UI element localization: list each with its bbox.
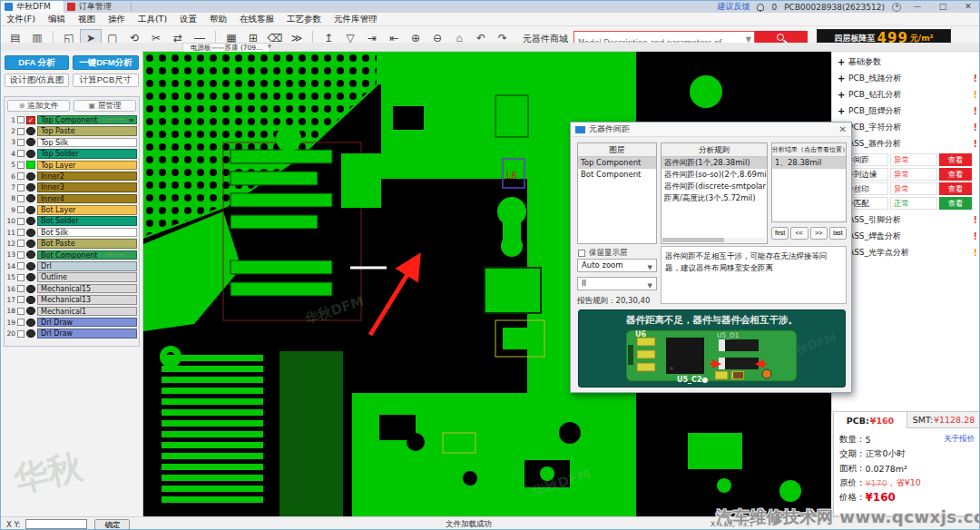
dialog-result-item[interactable]: 1、28.38mil [772,157,846,169]
layer-name-bar[interactable]: Bot Solder [37,216,137,226]
expand-plus-icon[interactable]: + [838,74,848,83]
app-tab-dfm[interactable]: 华秋DFM [1,1,64,13]
menu-item[interactable]: 文件(F) [6,14,35,25]
layer-row[interactable]: 10Bot Solder [6,216,137,227]
expand-plus-icon[interactable]: + [838,57,848,67]
menu-item[interactable]: 设置 [180,14,197,25]
add-document-tab-button[interactable]: + [264,42,275,52]
layer-name-bar[interactable]: Top Component······≡ [37,115,137,125]
one-key-dfm-button[interactable]: 一键DFM分析 [73,55,139,70]
pager-next-button[interactable]: >> [810,227,828,240]
design-sim-button[interactable]: 设计图/仿真图 [5,74,69,87]
menu-item[interactable]: 工艺参数 [287,14,321,25]
layer-checkbox[interactable] [17,184,24,191]
layer-name-bar[interactable]: Drl Draw [37,318,137,328]
layer-checkbox[interactable] [17,262,24,270]
layer-row[interactable]: 19Drl Draw [6,317,137,328]
layer-row[interactable]: 1✓Top Component······≡ [6,114,137,125]
layer-visibility-icon[interactable] [26,296,35,304]
menu-item[interactable]: 在线客服 [240,14,274,25]
layer-visibility-icon[interactable]: ✓ [26,116,35,124]
layer-visibility-icon[interactable] [26,138,35,146]
layer-name-bar[interactable]: Bot Silk [37,228,137,238]
layer-name-bar[interactable]: Bot Component······ [37,250,137,260]
layer-name-bar[interactable]: Bot Layer [37,205,137,215]
pcb-price-tab[interactable]: PCB: ¥160 [834,412,907,428]
layer-row[interactable]: 18Mechanical1 [6,306,137,317]
menu-item[interactable]: 元件库管理 [334,14,377,25]
layer-visibility-icon[interactable] [26,194,35,202]
layer-checkbox[interactable] [17,206,24,213]
analysis-tree-item[interactable]: +ASS_引脚分析! [832,211,980,228]
layer-row[interactable]: 5Top Layer [6,160,137,171]
layer-checkbox[interactable] [17,128,24,135]
layer-row[interactable]: 16Mechanical15 [6,283,137,294]
append-file-button[interactable]: ⊕ 追加文件 [7,100,70,112]
layer-checkbox[interactable] [17,218,24,225]
analysis-tree-item[interactable]: +PCB_钻孔分析! [832,86,980,103]
dialog-rule-item[interactable]: 距离/高度比(3个,5.72mil) [662,192,767,204]
layer-checkbox[interactable] [17,308,24,315]
layer-checkbox[interactable] [17,195,24,202]
layer-visibility-icon[interactable] [26,217,35,225]
analysis-tree-item[interactable]: +基础参数 [832,54,980,70]
layer-visibility-icon[interactable] [26,329,35,338]
layer-row[interactable]: 7Inner3 [6,182,137,192]
layer-row[interactable]: 14Drl [6,260,137,271]
view-button[interactable]: 查看 [939,197,972,210]
layer-row[interactable]: 20Drl Draw [6,328,137,339]
layer-row[interactable]: 2Top Paste [6,125,137,136]
layer-checkbox[interactable] [17,172,24,180]
layer-checkbox[interactable] [17,116,24,123]
layer-checkbox[interactable] [17,274,24,281]
layer-name-bar[interactable]: Top Layer [37,161,137,171]
layer-visibility-icon[interactable] [26,307,35,315]
layer-row[interactable]: 17Mechanical13 [6,294,137,305]
feedback-link[interactable]: 建议反馈 [717,1,750,13]
layer-visibility-icon[interactable] [26,240,35,248]
layer-checkbox[interactable] [17,150,24,157]
layer-row[interactable]: 11Bot Silk [6,227,137,238]
layer-checkbox[interactable] [17,296,24,303]
keep-layer-option[interactable]: 保留显示层 [578,248,628,259]
pager-prev-button[interactable]: << [790,227,808,240]
layer-name-bar[interactable]: Top Paste [37,126,137,136]
analysis-tree-item[interactable]: +ASS_光学点分析! [832,244,980,260]
layer-name-bar[interactable]: Mechanical15 [37,284,137,294]
layer-visibility-icon[interactable] [26,206,35,214]
confirm-button[interactable]: 确定 [94,519,130,530]
view-button[interactable]: 查看 [939,182,972,195]
layer-visibility-icon[interactable] [26,172,35,181]
minimize-button[interactable]: — [908,1,926,13]
layer-name-bar[interactable]: Top Silk [37,138,137,148]
dialog-rule-item[interactable]: 器件间距(1个,28.38mil) [662,157,767,169]
layer-row[interactable]: 3Top Silk [6,137,137,148]
dialog-layer-item[interactable]: Top Component [578,157,656,169]
layer-checkbox[interactable] [17,162,24,169]
analysis-tree-item[interactable]: +PCB_阻焊分析! [832,103,980,119]
layer-name-bar[interactable]: Mechanical1 [37,307,137,317]
layer-checkbox[interactable] [17,251,24,259]
layer-visibility-icon[interactable] [26,183,35,191]
about-quote-link[interactable]: 关于报价 [944,434,975,445]
layer-name-bar[interactable]: Outline [37,272,137,282]
layer-name-bar[interactable]: Mechanical13 [37,295,137,305]
layer-row[interactable]: 12Bot Paste [6,238,137,249]
layer-row[interactable]: 13Bot Component······ [6,250,137,260]
menu-item[interactable]: 工具(T) [138,14,167,25]
keep-layer-checkbox[interactable] [578,250,585,257]
layer-visibility-icon[interactable] [26,262,35,270]
layer-menu-icon[interactable]: ≡ [128,116,134,125]
layer-name-bar[interactable]: Inner3 [37,182,137,192]
dialog-rule-item[interactable]: 器件间距(discrete-smtpolar)(1个,14 [662,181,767,192]
layer-checkbox[interactable] [17,319,24,326]
layer-checkbox[interactable] [17,285,24,292]
coordinate-input[interactable] [25,519,87,529]
layer-visibility-icon[interactable] [26,150,35,158]
menu-item[interactable]: 帮助 [210,14,227,25]
layer-checkbox[interactable] [17,229,24,236]
notification-bell-icon[interactable] [757,4,764,11]
layer-name-bar[interactable]: Inner4 [37,194,137,204]
layer-row[interactable]: 8Inner4 [6,193,137,204]
unit-select[interactable]: II ▼ [577,277,657,290]
